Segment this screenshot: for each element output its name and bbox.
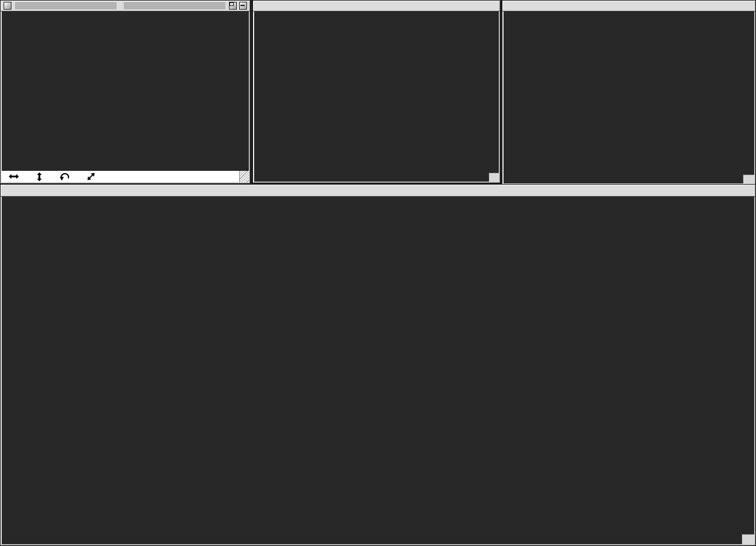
plan-titlebar[interactable] xyxy=(502,1,755,11)
plan-canvas[interactable] xyxy=(504,11,754,183)
rotate-arrow-icon xyxy=(59,173,70,181)
zoom-box-icon[interactable] xyxy=(229,2,237,10)
close-box-icon[interactable] xyxy=(4,2,11,10)
window-body-plan xyxy=(0,0,251,184)
profile-canvas[interactable] xyxy=(254,11,499,182)
titlebar-spacer xyxy=(257,2,373,9)
width-readout xyxy=(8,173,22,180)
window-resize-grip[interactable] xyxy=(239,171,249,182)
window-profile xyxy=(252,0,501,183)
titlebar-stripes xyxy=(124,2,225,9)
titlebar-spacer xyxy=(380,2,496,9)
perspective-canvas[interactable] xyxy=(2,197,754,544)
collapse-box-icon[interactable] xyxy=(239,2,247,10)
titlebar-spacer xyxy=(633,2,752,9)
perspective-titlebar[interactable] xyxy=(1,185,755,197)
height-readout xyxy=(36,172,46,182)
diagonal-arrow-icon xyxy=(87,172,96,181)
window-plan xyxy=(502,0,756,185)
titlebar-spacer xyxy=(382,187,751,194)
width-arrow-icon xyxy=(8,173,19,180)
body-plan-canvas[interactable] xyxy=(2,11,249,170)
titlebar-spacer xyxy=(507,2,626,9)
body-plan-titlebar[interactable] xyxy=(1,1,250,11)
window-resize-grip[interactable] xyxy=(489,173,499,182)
window-perspective xyxy=(0,184,756,546)
height-arrow-icon xyxy=(36,172,43,182)
window-resize-grip[interactable] xyxy=(742,534,754,544)
body-plan-statusbar xyxy=(2,170,249,182)
titlebar-stripes xyxy=(15,2,117,9)
diagonal-readout xyxy=(87,172,99,181)
profile-titlebar[interactable] xyxy=(253,1,500,11)
window-resize-grip[interactable] xyxy=(743,174,754,183)
rotation-readout xyxy=(59,173,73,181)
titlebar-spacer xyxy=(5,187,374,194)
